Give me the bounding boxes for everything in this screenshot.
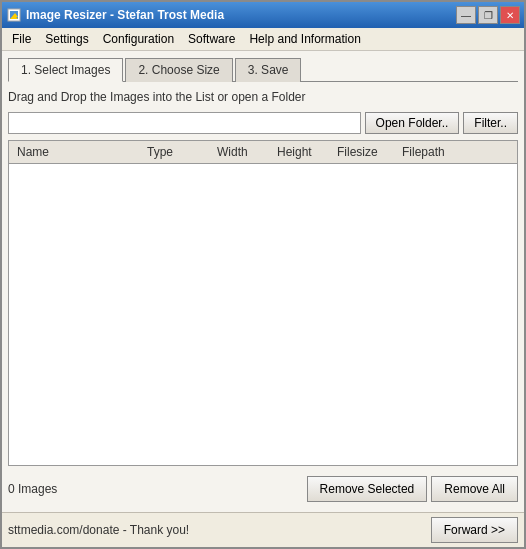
open-folder-button[interactable]: Open Folder.. [365,112,460,134]
tabs: 1. Select Images 2. Choose Size 3. Save [8,57,518,82]
footer: sttmedia.com/donate - Thank you! Forward… [2,512,524,547]
tab-select-images[interactable]: 1. Select Images [8,58,123,82]
minimize-button[interactable]: — [456,6,476,24]
bottom-bar: 0 Images Remove Selected Remove All [8,472,518,506]
file-list[interactable]: Name Type Width Height Filesize Filepath [8,140,518,466]
remove-selected-button[interactable]: Remove Selected [307,476,428,502]
menu-settings[interactable]: Settings [39,30,94,48]
file-list-header: Name Type Width Height Filesize Filepath [9,141,517,164]
restore-button[interactable]: ❐ [478,6,498,24]
menu-software[interactable]: Software [182,30,241,48]
action-buttons: Remove Selected Remove All [307,476,518,502]
title-buttons: — ❐ ✕ [456,6,520,24]
menu-configuration[interactable]: Configuration [97,30,180,48]
menu-file[interactable]: File [6,30,37,48]
instructions-text: Drag and Drop the Images into the List o… [8,88,518,106]
menu-help[interactable]: Help and Information [243,30,366,48]
close-button[interactable]: ✕ [500,6,520,24]
title-bar: Image Resizer - Stefan Trost Media — ❐ ✕ [2,2,524,28]
menu-bar: File Settings Configuration Software Hel… [2,28,524,51]
main-content: 1. Select Images 2. Choose Size 3. Save … [2,51,524,512]
tab-save[interactable]: 3. Save [235,58,302,82]
window-title: Image Resizer - Stefan Trost Media [26,8,224,22]
footer-text: sttmedia.com/donate - Thank you! [8,523,189,537]
filter-button[interactable]: Filter.. [463,112,518,134]
remove-all-button[interactable]: Remove All [431,476,518,502]
col-header-name: Name [13,143,143,161]
app-icon [6,7,22,23]
tab-choose-size[interactable]: 2. Choose Size [125,58,232,82]
file-list-body [9,164,517,465]
col-header-height: Height [273,143,333,161]
col-header-filepath: Filepath [398,143,513,161]
col-header-filesize: Filesize [333,143,398,161]
search-bar: Open Folder.. Filter.. [8,112,518,134]
col-header-width: Width [213,143,273,161]
col-header-type: Type [143,143,213,161]
image-count: 0 Images [8,482,57,496]
title-bar-left: Image Resizer - Stefan Trost Media [6,7,224,23]
forward-button[interactable]: Forward >> [431,517,518,543]
search-input[interactable] [8,112,361,134]
main-window: Image Resizer - Stefan Trost Media — ❐ ✕… [0,0,526,549]
